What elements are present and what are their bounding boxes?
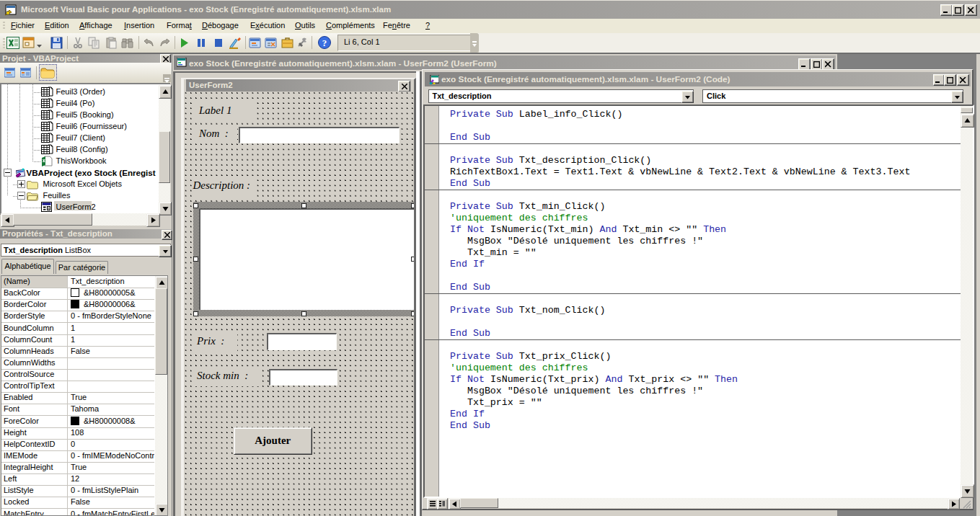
svg-text:?: ? [322,37,327,48]
